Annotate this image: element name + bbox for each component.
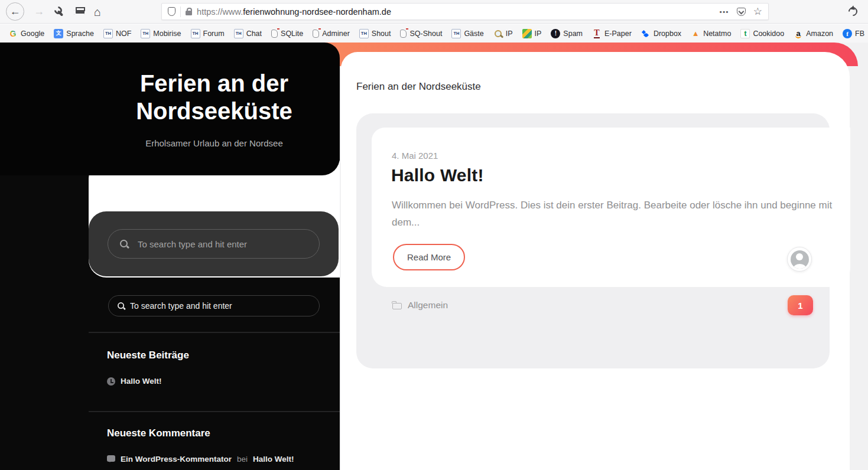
- reload-icon[interactable]: [847, 5, 859, 18]
- th-favicon: [191, 29, 200, 38]
- search-input-primary[interactable]: [108, 229, 320, 259]
- main-content: Ferien an der Nordseeküste 4. Mai 2021 H…: [340, 43, 868, 470]
- search-icon: [116, 301, 125, 310]
- sidebar: Ferien an der Nordseeküste Erholsamer Ur…: [0, 43, 340, 470]
- urlbar-actions: [720, 5, 762, 18]
- db-favicon: [271, 30, 278, 38]
- back-button[interactable]: [6, 2, 24, 21]
- bookmark-label: Cookidoo: [753, 30, 784, 38]
- comment-post-link[interactable]: Hallo Welt!: [253, 455, 294, 464]
- th-favicon: [234, 29, 243, 38]
- dropbox-favicon: [641, 29, 651, 38]
- search-icon: [119, 239, 129, 249]
- bookmark-item[interactable]: Mobirise: [141, 29, 181, 38]
- bookmark-item[interactable]: Amazon: [794, 29, 833, 38]
- bookmark-label: E-Paper: [604, 30, 632, 38]
- recent-post-link[interactable]: Hallo Welt!: [121, 377, 162, 386]
- comment-author-link[interactable]: Ein WordPress-Kommentator: [121, 455, 232, 464]
- bookmark-label: Shout: [372, 30, 391, 38]
- clock-icon: [107, 377, 115, 386]
- bookmark-item[interactable]: Chat: [234, 29, 262, 38]
- category-link[interactable]: Allgemein: [408, 300, 448, 311]
- search-input-secondary[interactable]: [108, 295, 320, 316]
- epaper-favicon: [592, 29, 602, 38]
- folder-icon: [392, 303, 402, 309]
- bookmark-item[interactable]: Dropbox: [641, 29, 681, 38]
- bookmark-item[interactable]: Gäste: [451, 29, 483, 38]
- th-favicon: [451, 29, 461, 38]
- grid-favicon: [522, 29, 532, 38]
- author-avatar[interactable]: [787, 247, 812, 272]
- bookmark-star-icon[interactable]: [753, 5, 762, 18]
- url-domain: ferienwohnung-nordsee-nordenham.de: [243, 7, 391, 17]
- spam-favicon: [551, 29, 560, 38]
- magnifier-favicon: [493, 29, 503, 38]
- page-actions-icon[interactable]: [720, 8, 729, 15]
- bookmark-item[interactable]: Spam: [551, 29, 583, 38]
- bookmark-item[interactable]: E-Paper: [592, 29, 632, 38]
- bookmark-label: Amazon: [806, 30, 833, 38]
- https-lock-icon[interactable]: [186, 11, 192, 15]
- comment-bubble-icon: [107, 455, 115, 462]
- recent-post-item[interactable]: Hallo Welt!: [107, 377, 162, 386]
- bookmark-label: SQLite: [281, 30, 303, 38]
- bookmark-label: Mobirise: [153, 30, 181, 38]
- tools-wrench-icon[interactable]: [54, 6, 64, 17]
- url-text[interactable]: https://www.ferienwohnung-nordsee-norden…: [197, 7, 715, 17]
- search-field-secondary-wrap: [108, 295, 320, 316]
- url-bar[interactable]: https://www.ferienwohnung-nordsee-norden…: [161, 3, 769, 20]
- site-title[interactable]: Ferien an der Nordseeküste: [102, 70, 327, 125]
- bookmark-label: FB: [855, 30, 864, 38]
- forward-button[interactable]: [34, 5, 44, 18]
- bookmark-label: Google: [21, 30, 44, 38]
- bookmark-item[interactable]: IP: [522, 29, 542, 38]
- browser-toolbar: https://www.ferienwohnung-nordsee-norden…: [0, 0, 868, 24]
- tracking-protection-shield-icon[interactable]: [168, 7, 175, 16]
- page-heading: Ferien an der Nordseeküste: [356, 81, 481, 93]
- bookmark-item[interactable]: FB: [843, 29, 864, 38]
- post-title[interactable]: Hallo Welt!: [391, 165, 484, 185]
- site-header: Ferien an der Nordseeküste Erholsamer Ur…: [0, 43, 340, 175]
- google-favicon: [8, 29, 18, 38]
- print-icon[interactable]: [74, 7, 84, 17]
- bookmark-item[interactable]: Adminer: [313, 30, 350, 38]
- th-favicon: [103, 29, 113, 38]
- comment-count-badge[interactable]: 1: [788, 295, 813, 315]
- pocket-icon[interactable]: [737, 8, 746, 16]
- recent-comments-title: Neueste Kommentare: [107, 427, 210, 439]
- browser-window: https://www.ferienwohnung-nordsee-norden…: [0, 0, 868, 470]
- nav-button-group: [6, 2, 101, 21]
- widget-divider: [89, 332, 340, 333]
- th-favicon: [359, 29, 369, 38]
- bookmark-item[interactable]: Sprache: [54, 29, 94, 38]
- widget-divider: [89, 411, 340, 412]
- home-icon[interactable]: [94, 6, 101, 18]
- url-scheme: https://www.: [197, 7, 243, 17]
- bookmark-item[interactable]: Cookidoo: [740, 29, 784, 38]
- search-field-primary-wrap: [108, 229, 320, 259]
- amazon-favicon: [794, 29, 803, 38]
- bookmark-item[interactable]: IP: [493, 29, 513, 38]
- bookmark-item[interactable]: Google: [8, 29, 44, 38]
- facebook-favicon: [843, 29, 852, 38]
- bookmark-label: Dropbox: [654, 30, 681, 38]
- bookmark-item[interactable]: NOF: [103, 29, 131, 38]
- site-header-inner: Ferien an der Nordseeküste Erholsamer Ur…: [89, 43, 340, 175]
- site-tagline: Erholsamer Urlaub an der Nordsee: [145, 138, 283, 148]
- recent-comment-item: Ein WordPress-Kommentator bei Hallo Welt…: [107, 455, 294, 464]
- recent-posts-title: Neueste Beiträge: [107, 350, 189, 361]
- netatmo-favicon: [691, 29, 700, 38]
- db-favicon: [313, 30, 319, 38]
- person-icon: [791, 250, 809, 269]
- bookmark-label: Gäste: [464, 30, 483, 38]
- bookmark-item[interactable]: Forum: [191, 29, 225, 38]
- post-excerpt: Willkommen bei WordPress. Dies ist dein …: [392, 197, 844, 231]
- bookmark-item[interactable]: Netatmo: [691, 29, 731, 38]
- bookmark-item[interactable]: SQ-Shout: [400, 30, 442, 38]
- read-more-button[interactable]: Read More: [393, 244, 465, 270]
- bookmark-item[interactable]: SQLite: [271, 30, 303, 38]
- bookmark-label: IP: [535, 30, 542, 38]
- bookmark-item[interactable]: Shout: [359, 29, 391, 38]
- bookmark-label: Chat: [246, 30, 262, 38]
- bookmark-label: SQ-Shout: [409, 30, 442, 38]
